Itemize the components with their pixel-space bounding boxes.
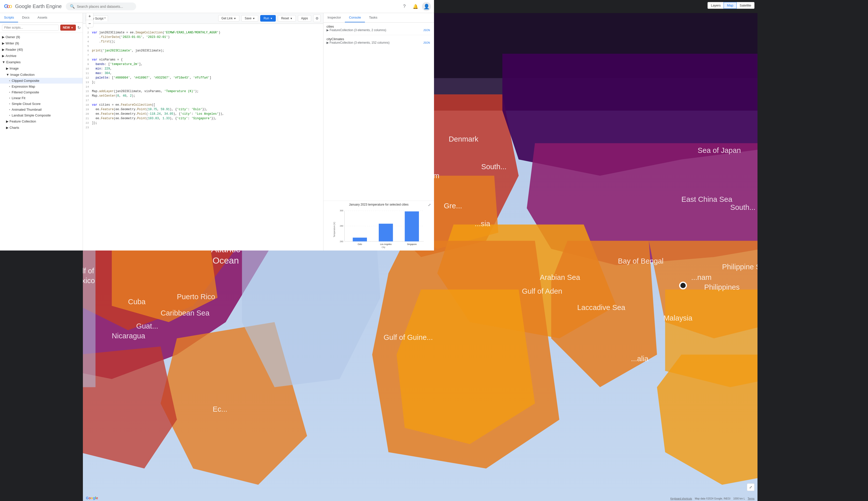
console-key: cities — [326, 24, 431, 28]
tree-group-owner[interactable]: ▶ Owner (9) — [0, 34, 83, 40]
code-line: 23 — [83, 125, 323, 130]
zoom-controls: + − — [86, 12, 93, 28]
chevron-down-icon: ▼ — [6, 73, 9, 76]
tree-item-landsat-simple-composite[interactable]: ▪ Landsat Simple Composite — [0, 113, 83, 118]
google-logo-icon: G o o — [3, 1, 13, 12]
tree-item-expression-map[interactable]: ▪ Expression Map — [0, 84, 83, 89]
tree-group-charts[interactable]: ▶ Charts — [0, 125, 83, 131]
run-button[interactable]: Run ▼ — [260, 15, 276, 22]
tree-group-image[interactable]: ▶ Image — [0, 65, 83, 72]
save-button[interactable]: Save ▼ — [241, 15, 258, 22]
dropdown-arrow-icon: ▼ — [290, 17, 293, 20]
svg-text:Singapore: Singapore — [407, 243, 417, 245]
chevron-right-icon: ▶ — [2, 41, 4, 45]
get-link-button[interactable]: Get Link ▼ — [218, 15, 240, 22]
tab-assets[interactable]: Assets — [33, 13, 51, 22]
code-line: 8var visParams = { — [83, 57, 323, 62]
tree-group-feature-collection[interactable]: ▶ Feature Collection — [0, 118, 83, 125]
tree-group-reader[interactable]: ▶ Reader (40) — [0, 46, 83, 53]
code-editor-panel: New Script * Get Link ▼ Save ▼ Run ▼ Res… — [83, 13, 324, 250]
chevron-right-icon: ▶ — [2, 54, 4, 58]
filter-scripts-input[interactable] — [2, 24, 59, 31]
avatar[interactable]: 👤 — [422, 2, 431, 11]
left-tab-bar: Scripts Docs Assets — [0, 13, 83, 23]
console-output: cities ▶ FeatureCollection (3 elements, … — [324, 23, 434, 201]
tree-group-writer[interactable]: ▶ Writer (9) — [0, 40, 83, 46]
svg-text:City: City — [382, 246, 386, 248]
tree-item-simple-cloud-score[interactable]: ▪ Simple Cloud Score — [0, 101, 83, 107]
tree-item-animated-thumbnail[interactable]: ▪ Animated Thumbnail — [0, 107, 83, 113]
chart-expand-button[interactable]: ⤢ — [428, 203, 431, 207]
code-line: 19 ee.Feature(ee.Geometry.Point(10.75, 5… — [83, 107, 323, 112]
code-line: 9 bands: ['temperature_2m'], — [83, 62, 323, 66]
code-line: 11 max: 304, — [83, 71, 323, 76]
right-tab-bar: Inspector Console Tasks — [324, 13, 434, 23]
code-line: 7 — [83, 53, 323, 57]
code-line: 13}; — [83, 80, 323, 85]
tab-docs[interactable]: Docs — [18, 13, 34, 22]
dropdown-arrow-icon: ▼ — [233, 17, 236, 20]
search-bar[interactable]: 🔍 — [66, 2, 136, 10]
file-icon: ▪ — [9, 108, 10, 111]
console-expand-icon[interactable]: ▶ FeatureCollection (3 elements, 152 col… — [326, 41, 420, 44]
tab-console[interactable]: Console — [345, 13, 365, 22]
code-line: 14 — [83, 85, 323, 89]
svg-text:Temperature (K): Temperature (K) — [333, 222, 336, 237]
new-script-button[interactable]: NEW ▼ — [60, 24, 76, 31]
code-line: 10 min: 229, — [83, 66, 323, 71]
file-icon: ▪ — [9, 114, 10, 117]
file-icon: ▪ — [9, 79, 10, 83]
svg-rect-13 — [353, 238, 367, 242]
help-button[interactable]: ? — [400, 2, 409, 11]
tab-inspector[interactable]: Inspector — [324, 13, 345, 22]
tab-scripts[interactable]: Scripts — [0, 13, 18, 22]
svg-text:o: o — [9, 3, 12, 9]
refresh-button[interactable]: ↻ — [77, 25, 81, 30]
code-line: 5 — [83, 44, 323, 49]
code-line: 16Map.setCenter(0, 40, 2); — [83, 94, 323, 98]
json-badge[interactable]: JSON — [422, 29, 431, 32]
tree-group-archive[interactable]: ▶ Archive — [0, 53, 83, 59]
tree-item-filtered-composite[interactable]: ▪ Filtered Composite — [0, 89, 83, 95]
svg-text:Los Angeles: Los Angeles — [380, 243, 391, 245]
console-item-city-climates: cityClimates ▶ FeatureCollection (3 elem… — [326, 37, 431, 44]
console-value: ▶ FeatureCollection (3 elements, 2 colum… — [326, 28, 431, 32]
svg-text:Oslo: Oslo — [358, 243, 362, 245]
chevron-right-icon: ▶ — [6, 126, 9, 129]
chevron-right-icon: ▶ — [2, 48, 4, 52]
svg-text:260: 260 — [340, 240, 343, 243]
file-icon: ▪ — [9, 96, 10, 100]
code-editor[interactable]: 1 2var jan2023Climate = ee.ImageCollecti… — [83, 24, 323, 250]
zoom-in-button[interactable]: + — [86, 13, 93, 20]
chevron-right-icon: ▶ — [6, 66, 9, 70]
tree-item-clipped-composite[interactable]: ▪ Clipped Composite — [0, 78, 83, 84]
search-input[interactable] — [77, 4, 132, 9]
console-expand-icon[interactable]: ▶ FeatureCollection (3 elements, 2 colum… — [326, 28, 420, 32]
header-right: ? 🔔 👤 — [400, 2, 431, 11]
tree-group-image-collection[interactable]: ▼ Image Collection — [0, 72, 83, 78]
tab-tasks[interactable]: Tasks — [365, 13, 381, 22]
apps-button[interactable]: Apps — [298, 15, 311, 22]
main: Scripts Docs Assets NEW ▼ ↻ ▶ Owner (9) … — [0, 13, 434, 250]
code-line: 18var cities = ee.FeatureCollection([ — [83, 103, 323, 107]
tree-group-examples[interactable]: ▼ Examples — [0, 59, 83, 65]
file-icon: ▪ — [9, 85, 10, 88]
code-line: 3 .filterDate('2023-01-01', '2023-02-01'… — [83, 35, 323, 40]
svg-rect-15 — [405, 211, 419, 242]
script-toolbar: NEW ▼ ↻ — [0, 23, 83, 33]
code-line: 2var jan2023Climate = ee.ImageCollection… — [83, 30, 323, 35]
header: G o o Google Earth Engine 🔍 ? 🔔 👤 — [0, 0, 434, 13]
reset-button[interactable]: Reset ▼ — [278, 15, 296, 22]
code-line: 15Map.addLayer(jan2023Climate, visParams… — [83, 89, 323, 94]
svg-text:300: 300 — [340, 209, 343, 212]
settings-button[interactable]: ⚙ — [313, 14, 321, 22]
zoom-out-button[interactable]: − — [86, 20, 93, 27]
notification-button[interactable]: 🔔 — [411, 2, 420, 11]
file-icon: ▪ — [9, 102, 10, 106]
tree-item-linear-fit[interactable]: ▪ Linear Fit — [0, 95, 83, 101]
json-badge[interactable]: JSON — [422, 41, 431, 44]
chevron-down-icon: ▼ — [2, 60, 5, 64]
chevron-right-icon: ▶ — [6, 119, 9, 123]
chart-container: Temperature (K) 260 280 300 — [326, 208, 431, 248]
search-icon: 🔍 — [70, 4, 75, 9]
